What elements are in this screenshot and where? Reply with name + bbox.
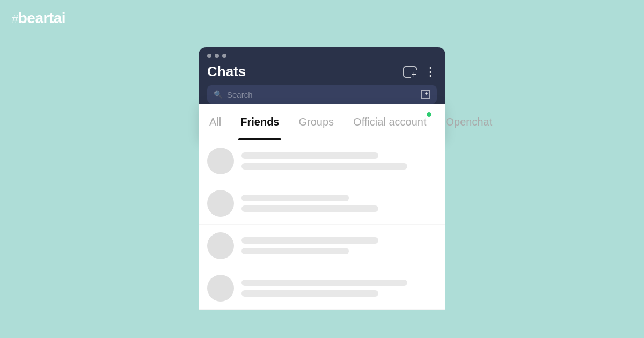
qr-icon	[421, 90, 430, 99]
search-input[interactable]: Search	[227, 90, 416, 99]
chat-name-placeholder	[241, 152, 378, 159]
beartai-logo: #beartai	[12, 10, 65, 27]
avatar	[207, 275, 234, 302]
notification-badge	[427, 112, 431, 117]
header-icons: ⋮	[403, 65, 437, 79]
chat-add-icon	[403, 66, 417, 78]
tab-official-account[interactable]: Official account	[351, 104, 428, 140]
dot-3	[222, 54, 226, 58]
new-chat-button[interactable]	[403, 66, 417, 78]
tab-all[interactable]: All	[207, 104, 223, 140]
chat-preview	[241, 280, 437, 297]
avatar	[207, 232, 234, 259]
chats-title: Chats	[207, 63, 246, 80]
tab-friends[interactable]: Friends	[238, 104, 281, 140]
chat-msg-placeholder	[241, 290, 378, 297]
chat-row[interactable]	[199, 267, 445, 310]
window-dots	[207, 54, 437, 58]
chat-row[interactable]	[199, 140, 445, 182]
avatar	[207, 148, 234, 174]
avatar	[207, 190, 234, 217]
search-bar[interactable]: 🔍 Search	[207, 85, 437, 104]
search-icon: 🔍	[214, 90, 223, 99]
tab-openchat[interactable]: Openchat	[443, 104, 494, 140]
chat-msg-placeholder	[241, 205, 378, 212]
header-title-row: Chats ⋮	[207, 63, 437, 85]
qr-scan-button[interactable]	[421, 90, 430, 99]
logo-hash: #	[12, 12, 18, 26]
more-options-button[interactable]: ⋮	[425, 65, 437, 79]
chat-preview	[241, 195, 437, 212]
chat-list	[199, 140, 445, 310]
chat-row[interactable]	[199, 182, 445, 225]
chat-msg-placeholder	[241, 248, 349, 254]
dot-1	[207, 54, 211, 58]
chat-preview	[241, 152, 437, 170]
chat-preview	[241, 237, 437, 254]
chat-msg-placeholder	[241, 163, 407, 170]
tab-groups[interactable]: Groups	[296, 104, 336, 140]
dot-2	[215, 54, 219, 58]
chat-row[interactable]	[199, 225, 445, 267]
app-container: Chats ⋮ 🔍 Search All Friends Groups	[199, 47, 445, 310]
chat-name-placeholder	[241, 195, 349, 201]
chat-name-placeholder	[241, 237, 378, 244]
tabs-bar: All Friends Groups Official account Open…	[199, 104, 445, 140]
chat-name-placeholder	[241, 280, 407, 286]
chat-header: Chats ⋮ 🔍 Search	[199, 47, 445, 104]
